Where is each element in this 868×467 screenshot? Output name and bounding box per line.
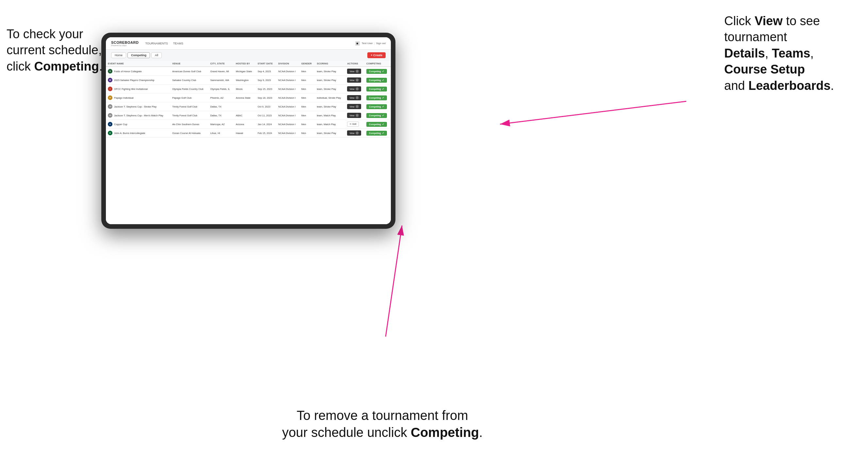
scoring-cell: team, Stroke Play [315, 129, 345, 137]
actions-cell: View i [345, 102, 364, 111]
filter-all-button[interactable]: All [151, 52, 162, 58]
event-name-cell: W 2023 Sahalee Players Championship [106, 76, 170, 85]
check-icon: ✓ [382, 105, 384, 108]
svg-line-4 [500, 101, 686, 124]
annotation-topright: Click View to see tournament Details, Te… [724, 13, 862, 94]
svg-line-5 [385, 225, 402, 337]
competing-cell: Competing ✓ [364, 85, 391, 93]
col-venue: VENUE [170, 61, 209, 67]
table-row: I OFCC Fighting Illini Invitational Olym… [106, 85, 391, 93]
col-scoring: SCORING [315, 61, 345, 67]
competing-button[interactable]: Competing ✓ [366, 69, 387, 74]
gender-cell: Men [299, 93, 315, 102]
check-icon: ✓ [382, 132, 384, 135]
filter-competing-button[interactable]: Competing [127, 52, 150, 58]
gender-cell: Men [299, 120, 315, 129]
info-icon: i [355, 79, 359, 82]
view-button[interactable]: View i [347, 95, 361, 100]
start-cell: Sep 18, 2023 [255, 93, 276, 102]
event-name-cell: H John A. Burns Intercollegiate [106, 129, 170, 137]
division-cell: NCAA Division I [277, 93, 299, 102]
hosted-cell [234, 102, 256, 111]
actions-cell: View i [345, 111, 364, 120]
info-icon: i [355, 105, 359, 108]
view-button[interactable]: View i [347, 86, 361, 92]
event-name: OFCC Fighting Illini Invitational [114, 88, 148, 91]
team-logo: I [108, 87, 113, 91]
table-row: W 2023 Sahalee Players Championship Saha… [106, 76, 391, 85]
scoring-cell: team, Match Play [315, 120, 345, 129]
city-cell: Grand Haven, MI [208, 67, 234, 76]
city-cell: Lihue, HI [208, 129, 234, 137]
city-cell: Dallas, TX [208, 111, 234, 120]
team-logo: JS [108, 104, 113, 109]
division-cell: NCAA Division I [277, 120, 299, 129]
view-button[interactable]: View i [347, 77, 361, 83]
city-cell: Phoenix, AZ [208, 93, 234, 102]
col-start: START DATE [255, 61, 276, 67]
team-logo: S [108, 69, 113, 73]
start-cell: Jan 14, 2024 [255, 120, 276, 129]
competing-button[interactable]: Competing ✓ [366, 113, 387, 118]
nav-teams[interactable]: TEAMS [173, 42, 183, 45]
table-row: A Copper Cup Ak-Chin Southern DunesMaric… [106, 120, 391, 129]
nav-user: Test User [362, 42, 373, 45]
venue-cell: Ak-Chin Southern Dunes [170, 120, 209, 129]
event-name-cell: JS Jackson T. Stephens Cup - Men's Match… [106, 111, 170, 120]
edit-button[interactable]: ✏ Edit [347, 122, 359, 127]
competing-button[interactable]: Competing ✓ [366, 87, 387, 92]
event-name: Copper Cup [114, 123, 127, 126]
scoring-cell: team, Stroke Play [315, 67, 345, 76]
check-icon: ✓ [382, 123, 384, 126]
table-row: H John A. Burns Intercollegiate Ocean Co… [106, 129, 391, 137]
info-icon: i [355, 114, 359, 117]
actions-cell: View i [345, 67, 364, 76]
logo-subtitle: Powered by clippi [111, 44, 138, 46]
competing-button[interactable]: Competing ✓ [366, 104, 387, 109]
hosted-cell: Hawaii [234, 129, 256, 137]
gender-cell: Men [299, 102, 315, 111]
actions-cell: View i [345, 85, 364, 93]
team-logo: W [108, 78, 113, 82]
filter-home-button[interactable]: Home [111, 52, 126, 58]
competing-cell: Competing ✓ [364, 76, 391, 85]
competing-button[interactable]: Competing ✓ [366, 95, 387, 100]
team-logo: A [108, 122, 113, 126]
check-icon: ✓ [382, 79, 384, 82]
event-name-cell: P Papago Individual [106, 93, 170, 102]
tournaments-table: EVENT NAME VENUE CITY, STATE HOSTED BY S… [106, 61, 391, 137]
view-button[interactable]: View i [347, 130, 361, 136]
col-gender: GENDER [299, 61, 315, 67]
view-button[interactable]: View i [347, 113, 361, 118]
division-cell: NCAA Division I [277, 85, 299, 93]
filter-bar: Home Competing All + Create [106, 50, 391, 61]
start-cell: Sep 9, 2023 [255, 76, 276, 85]
division-cell: NCAA Division I [277, 67, 299, 76]
competing-button[interactable]: Competing ✓ [366, 131, 387, 136]
hosted-cell: Arizona [234, 120, 256, 129]
competing-cell: Competing ✓ [364, 120, 391, 129]
scoring-cell: team, Stroke Play [315, 76, 345, 85]
event-name-cell: JS Jackson T. Stephens Cup - Stroke Play [106, 102, 170, 111]
hosted-cell: Illinois [234, 85, 256, 93]
gender-cell: Men [299, 85, 315, 93]
hosted-cell: ABAC [234, 111, 256, 120]
create-button[interactable]: + Create [367, 52, 385, 58]
view-button[interactable]: View i [347, 69, 361, 74]
nav-tournaments[interactable]: TOURNAMENTS [145, 42, 168, 45]
view-button[interactable]: View i [347, 104, 361, 109]
info-icon: i [355, 87, 359, 91]
competing-button[interactable]: Competing ✓ [366, 78, 387, 83]
event-name-cell: I OFCC Fighting Illini Invitational [106, 85, 170, 93]
nav-signout[interactable]: Sign out [376, 42, 385, 45]
col-event-name: EVENT NAME [106, 61, 170, 67]
division-cell: NCAA Division I [277, 102, 299, 111]
event-name-cell: A Copper Cup [106, 120, 170, 129]
venue-cell: Trinity Forest Golf Club [170, 111, 209, 120]
col-actions: ACTIONS [345, 61, 364, 67]
competing-cell: Competing ✓ [364, 111, 391, 120]
venue-cell: Papago Golf Club [170, 93, 209, 102]
city-cell: Olympia Fields, IL [208, 85, 234, 93]
competing-button[interactable]: Competing ✓ [366, 122, 387, 127]
event-name: Jackson T. Stephens Cup - Stroke Play [114, 105, 157, 108]
